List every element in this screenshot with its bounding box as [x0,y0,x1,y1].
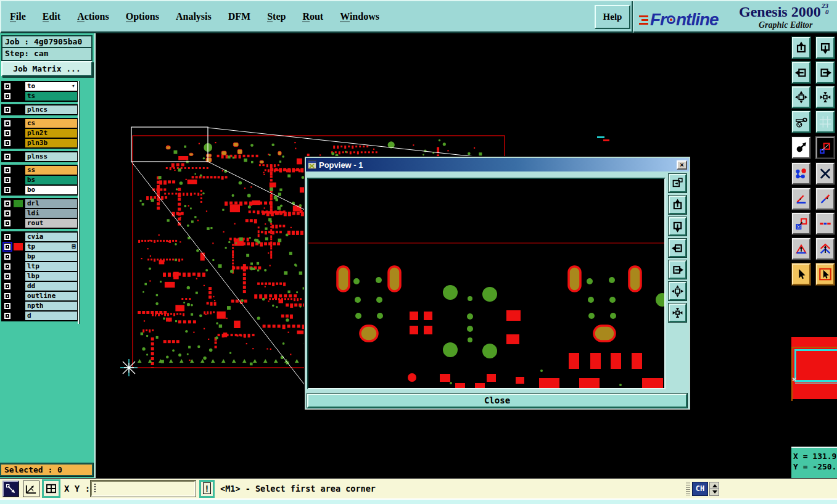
menu-item-analysis[interactable]: Analysis [176,11,212,22]
layer-visibility-checkbox[interactable] [4,120,11,127]
layer-name-label[interactable]: drl [25,199,77,208]
menu-item-dfm[interactable]: DFM [228,11,250,22]
menu-item-rout[interactable]: Rout [302,11,323,22]
layer-color-swatch[interactable] [14,106,23,114]
layer-row-rout[interactable]: rout [2,218,77,228]
layer-row-drl[interactable]: drl [2,199,77,209]
menu-item-file[interactable]: File [10,11,26,22]
layer-color-swatch[interactable] [14,233,23,241]
coordinate-input[interactable] [91,481,196,497]
layer-row-cvia[interactable]: cvia [2,232,77,242]
layer-name-label[interactable]: outline [25,292,77,300]
layer-name-label[interactable]: bo [25,186,77,194]
layer-visibility-checkbox[interactable] [4,139,11,147]
break-line-button[interactable] [816,213,835,234]
popview-clone-button[interactable] [669,174,687,192]
toolbar-grip-handle[interactable] [686,482,690,496]
view-left-button[interactable] [792,62,810,83]
menu-item-windows[interactable]: Windows [340,11,379,22]
layer-visibility-checkbox[interactable] [4,263,11,270]
layer-color-swatch[interactable] [14,253,23,260]
layer-name-label[interactable]: ldi [25,209,77,218]
layer-name-label[interactable]: tp⊞ [25,242,77,251]
layer-visibility-checkbox[interactable] [4,283,11,290]
layer-visibility-checkbox[interactable] [4,106,11,114]
popview-close-button[interactable]: Close [307,394,687,408]
layer-color-swatch[interactable] [14,83,23,90]
layer-name-label[interactable]: d [25,312,77,320]
layer-row-bo[interactable]: bo [2,185,77,195]
snap-angle-button[interactable] [23,481,39,497]
layer-color-swatch[interactable] [14,292,23,300]
layer-color-swatch[interactable] [14,167,23,174]
layer-name-label[interactable]: bs [25,176,77,184]
layer-visibility-checkbox[interactable] [4,93,11,100]
layer-row-d[interactable]: d [2,311,77,321]
layer-visibility-checkbox[interactable] [4,312,11,320]
layer-visibility-checkbox[interactable] [4,176,11,184]
layer-visibility-checkbox[interactable] [4,253,11,260]
highlight-single-button[interactable] [792,238,810,260]
layer-name-label[interactable]: rout [25,219,77,228]
layer-color-swatch[interactable] [14,186,23,194]
view-up-button[interactable] [792,37,810,59]
popview-canvas[interactable] [307,178,666,389]
channel-spinner[interactable] [709,482,719,496]
layer-row-npth[interactable]: npth [2,301,77,311]
layer-row-to[interactable]: to➤ [2,81,77,91]
layer-color-swatch[interactable] [14,210,23,217]
layer-row-cs[interactable]: cs [2,118,77,128]
menu-item-options[interactable]: Options [126,11,159,22]
layer-name-label[interactable]: plncs [25,105,77,114]
zoom-extents-button[interactable] [792,86,810,108]
spinner-down-icon[interactable] [710,489,719,495]
spinner-up-icon[interactable] [710,482,719,489]
layer-row-bp[interactable]: bp [2,252,77,262]
measure-angle-button[interactable] [792,188,810,210]
layer-visibility-checkbox[interactable] [4,153,11,160]
navigator-viewport-rect[interactable] [794,349,837,382]
layer-visibility-checkbox[interactable] [4,220,11,227]
layer-color-swatch[interactable] [14,302,23,310]
zoom-area-button[interactable] [816,137,835,159]
layer-row-outline[interactable]: outline [2,291,77,301]
layer-visibility-checkbox[interactable] [4,130,11,137]
layer-color-swatch[interactable] [14,220,23,227]
layer-row-ts[interactable]: ts [2,91,77,101]
layer-color-swatch[interactable] [14,312,23,320]
popview-zoom-in-button[interactable] [669,304,687,322]
net-select-button[interactable] [792,163,810,184]
layer-color-swatch[interactable] [14,283,23,290]
layer-visibility-checkbox[interactable] [4,186,11,194]
measure-distance-button[interactable] [816,188,835,210]
layer-row-ss[interactable]: ss [2,165,77,175]
layer-visibility-checkbox[interactable] [4,302,11,310]
layer-name-label[interactable]: ss [25,166,77,175]
popview-left-button[interactable] [669,239,687,257]
copy-feature-button[interactable] [792,213,810,234]
layer-color-swatch[interactable] [14,176,23,184]
help-menu[interactable]: Help [595,5,630,29]
layer-row-ltp[interactable]: ltp [2,262,77,271]
layer-visibility-checkbox[interactable] [4,273,11,280]
setup-tools-button[interactable] [792,111,810,133]
confirm-button[interactable]: ! [199,480,215,498]
layer-visibility-checkbox[interactable] [4,200,11,207]
window-select-button[interactable] [42,479,60,498]
layer-name-label[interactable]: cvia [25,233,77,241]
layer-visibility-checkbox[interactable] [4,243,11,250]
layer-color-swatch[interactable] [14,153,23,160]
layer-row-lbp[interactable]: lbp [2,271,77,281]
layer-color-swatch[interactable] [14,139,23,147]
layer-color-swatch[interactable] [14,93,23,100]
layer-color-swatch[interactable] [14,273,23,280]
layer-name-label[interactable]: pln3b [25,139,77,147]
layer-name-label[interactable]: bp [25,252,77,261]
layer-color-swatch[interactable] [14,120,23,127]
layer-color-swatch[interactable] [14,263,23,270]
menu-item-edit[interactable]: Edit [43,11,60,22]
popview-down-button[interactable] [669,217,687,236]
layer-name-label[interactable]: npth [25,302,77,310]
layer-name-label[interactable]: dd [25,282,77,291]
layer-row-ldi[interactable]: ldi [2,209,77,218]
